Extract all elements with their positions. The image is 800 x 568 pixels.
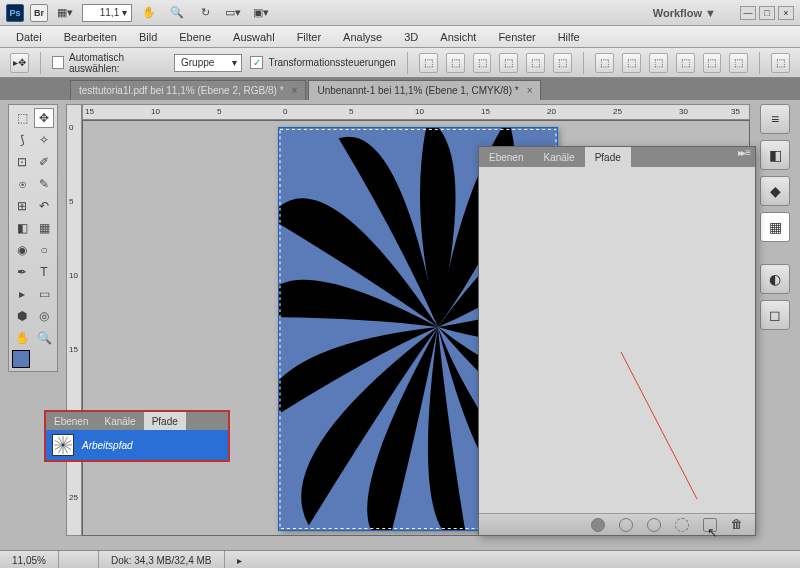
close-icon[interactable]: × [292, 85, 298, 96]
auto-select-checkbox[interactable] [52, 56, 64, 69]
inner-tab-paths[interactable]: Pfade [144, 412, 186, 430]
svg-line-1 [621, 352, 697, 499]
titlebar: Ps Br ▦▾ 11,1 ▾ ✋ 🔍 ↻ ▭▾ ▣▾ Workflow ▼ —… [0, 0, 800, 26]
dock-history-icon[interactable]: ≡ [760, 104, 790, 134]
dock-adjustments-icon[interactable]: ◐ [760, 264, 790, 294]
hand-icon[interactable]: ✋ [138, 3, 160, 23]
menu-window[interactable]: Fenster [488, 28, 545, 46]
align-left-icon[interactable]: ⬚ [499, 53, 518, 73]
path-name-label: Arbeitspfad [82, 440, 133, 451]
distribute-2-icon[interactable]: ⬚ [622, 53, 641, 73]
menu-filter[interactable]: Filter [287, 28, 331, 46]
stamp-tool[interactable]: ⊞ [12, 196, 32, 216]
dodge-tool[interactable]: ○ [34, 240, 54, 260]
panel-tab-channels[interactable]: Kanäle [533, 147, 584, 167]
path-row[interactable]: Arbeitspfad [46, 430, 228, 460]
align-mid-icon[interactable]: ⬚ [446, 53, 465, 73]
heal-tool[interactable]: ⍟ [12, 174, 32, 194]
lasso-tool[interactable]: ⟆ [12, 130, 32, 150]
marquee-tool[interactable]: ⬚ [12, 108, 32, 128]
right-dock: ≡ ◧ ◆ ▦ ◐ ◻ [760, 104, 794, 330]
align-top-icon[interactable]: ⬚ [419, 53, 438, 73]
inner-paths-panel: Ebenen Kanäle Pfade Arbeitspfad [44, 410, 230, 462]
status-doc-size[interactable]: Dok: 34,3 MB/32,4 MB [99, 551, 225, 568]
filmstrip-icon[interactable]: ▦▾ [54, 3, 76, 23]
path-to-selection-icon[interactable] [647, 518, 661, 532]
type-tool[interactable]: T [34, 262, 54, 282]
dock-swatches-icon[interactable]: ◆ [760, 176, 790, 206]
dock-masks-icon[interactable]: ◻ [760, 300, 790, 330]
options-bar: ▸✥ Automatisch auswählen: Gruppe ✓ Trans… [0, 48, 800, 78]
status-arrow-icon[interactable]: ▸ [225, 551, 254, 568]
menu-layer[interactable]: Ebene [169, 28, 221, 46]
wand-tool[interactable]: ✧ [34, 130, 54, 150]
panel-menu-icon[interactable]: ▸▸ ≡ [732, 147, 755, 167]
path-select-tool[interactable]: ▸ [12, 284, 32, 304]
3d-camera-tool[interactable]: ◎ [34, 306, 54, 326]
distribute-1-icon[interactable]: ⬚ [595, 53, 614, 73]
menu-edit[interactable]: Bearbeiten [54, 28, 127, 46]
shape-tool[interactable]: ▭ [34, 284, 54, 304]
doc-tab-2[interactable]: Unbenannt-1 bei 11,1% (Ebene 1, CMYK/8) … [308, 80, 541, 100]
screen-mode-icon[interactable]: ▣▾ [250, 3, 272, 23]
panel-tab-paths[interactable]: Pfade [585, 147, 631, 167]
menu-help[interactable]: Hilfe [548, 28, 590, 46]
gradient-tool[interactable]: ▦ [34, 218, 54, 238]
menu-analyse[interactable]: Analyse [333, 28, 392, 46]
distribute-3-icon[interactable]: ⬚ [649, 53, 668, 73]
workspace: ⬚ ✥ ⟆ ✧ ⊡ ✐ ⍟ ✎ ⊞ ↶ ◧ ▦ ◉ ○ ✒ T ▸ ▭ ⬢ ◎ … [0, 100, 800, 568]
distribute-4-icon[interactable]: ⬚ [676, 53, 695, 73]
selection-to-path-icon[interactable] [675, 518, 689, 532]
close-icon[interactable]: × [527, 85, 533, 96]
eyedropper-tool[interactable]: ✐ [34, 152, 54, 172]
arrange-icon[interactable]: ▭▾ [222, 3, 244, 23]
ruler-vertical: 0 5 10 15 20 25 [66, 104, 82, 536]
pen-tool[interactable]: ✒ [12, 262, 32, 282]
move-tool-icon[interactable]: ▸✥ [10, 53, 29, 73]
history-brush-tool[interactable]: ↶ [34, 196, 54, 216]
auto-select-dropdown[interactable]: Gruppe [174, 54, 242, 72]
eraser-tool[interactable]: ◧ [12, 218, 32, 238]
distribute-5-icon[interactable]: ⬚ [703, 53, 722, 73]
fill-path-icon[interactable] [591, 518, 605, 532]
align-right-icon[interactable]: ⬚ [553, 53, 572, 73]
zoom-icon[interactable]: 🔍 [166, 3, 188, 23]
status-zoom[interactable]: 11,05% [0, 551, 59, 568]
zoom-tool[interactable]: 🔍 [34, 328, 54, 348]
dock-layers-icon[interactable]: ▦ [760, 212, 790, 242]
panel-tab-layers[interactable]: Ebenen [479, 147, 533, 167]
distribute-6-icon[interactable]: ⬚ [729, 53, 748, 73]
ruler-horizontal: 15 10 5 0 5 10 15 20 25 30 35 [82, 104, 750, 120]
align-center-icon[interactable]: ⬚ [526, 53, 545, 73]
photoshop-icon[interactable]: Ps [6, 4, 24, 22]
stroke-path-icon[interactable] [619, 518, 633, 532]
3d-tool[interactable]: ⬢ [12, 306, 32, 326]
minimize-button[interactable]: — [740, 6, 756, 20]
inner-tab-channels[interactable]: Kanäle [96, 412, 143, 430]
move-tool[interactable]: ✥ [34, 108, 54, 128]
auto-align-icon[interactable]: ⬚ [771, 53, 790, 73]
blur-tool[interactable]: ◉ [12, 240, 32, 260]
align-bot-icon[interactable]: ⬚ [473, 53, 492, 73]
close-button[interactable]: × [778, 6, 794, 20]
transform-checkbox[interactable]: ✓ [250, 56, 263, 69]
workspace-switcher[interactable]: Workflow ▼ [643, 4, 726, 22]
inner-tab-layers[interactable]: Ebenen [46, 412, 96, 430]
rotate-icon[interactable]: ↻ [194, 3, 216, 23]
menu-view[interactable]: Ansicht [430, 28, 486, 46]
bridge-icon[interactable]: Br [30, 4, 48, 22]
dock-color-icon[interactable]: ◧ [760, 140, 790, 170]
menu-select[interactable]: Auswahl [223, 28, 285, 46]
window-controls: — □ × [740, 6, 794, 20]
menu-3d[interactable]: 3D [394, 28, 428, 46]
crop-tool[interactable]: ⊡ [12, 152, 32, 172]
delete-path-icon[interactable]: 🗑 [731, 518, 745, 532]
zoom-input[interactable]: 11,1 ▾ [82, 4, 132, 22]
menu-image[interactable]: Bild [129, 28, 167, 46]
brush-tool[interactable]: ✎ [34, 174, 54, 194]
menu-file[interactable]: Datei [6, 28, 52, 46]
maximize-button[interactable]: □ [759, 6, 775, 20]
doc-tab-1[interactable]: testtutoria1l.pdf bei 11,1% (Ebene 2, RG… [70, 80, 306, 100]
foreground-swatch[interactable] [12, 350, 30, 368]
hand-tool[interactable]: ✋ [12, 328, 32, 348]
